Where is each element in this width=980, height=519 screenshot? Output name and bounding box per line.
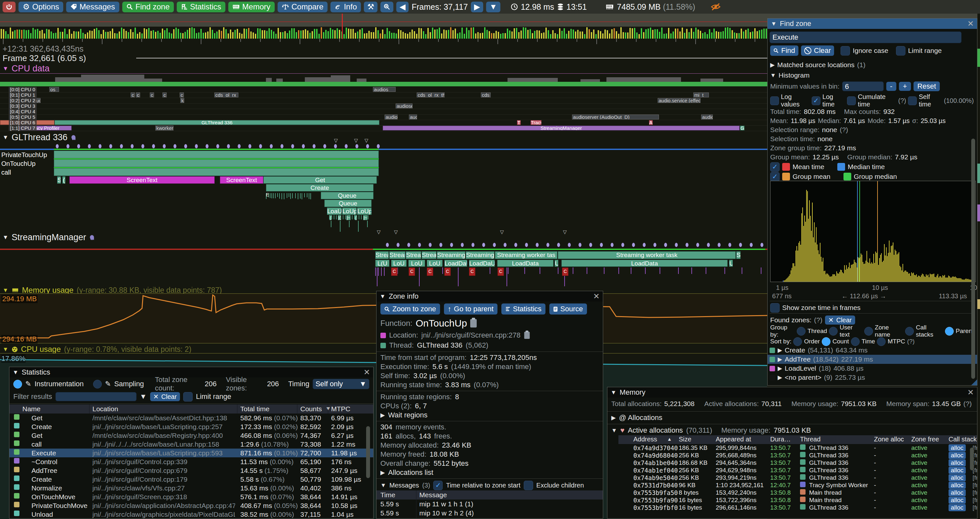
frame-bar[interactable] xyxy=(759,30,760,38)
cpu-track[interactable]: audio.aucaudioserver (AudioOut_D)audio[0… xyxy=(0,115,767,120)
frame-bar[interactable] xyxy=(44,34,45,38)
frame-bar[interactable] xyxy=(269,28,270,38)
help-icon[interactable]: (?) xyxy=(898,97,906,104)
sort-count-radio[interactable] xyxy=(822,337,830,346)
histogram-bar[interactable] xyxy=(873,254,874,282)
histogram-bar[interactable] xyxy=(969,279,969,282)
frame-bar[interactable] xyxy=(398,29,399,38)
frame-bar[interactable] xyxy=(364,34,365,38)
frame-bar[interactable] xyxy=(114,33,115,38)
histogram-bar[interactable] xyxy=(875,252,876,282)
frame-bar[interactable] xyxy=(659,32,660,38)
frame-bar[interactable] xyxy=(598,30,599,38)
histogram-bar[interactable] xyxy=(942,275,943,282)
next-frame-button[interactable]: ▶ xyxy=(471,2,483,12)
help-icon[interactable]: (?) xyxy=(840,126,848,134)
frame-bar[interactable] xyxy=(423,31,424,38)
histogram-bar[interactable] xyxy=(882,262,883,282)
histogram-bar[interactable] xyxy=(947,278,948,282)
histogram-bar[interactable] xyxy=(905,270,906,282)
histogram-bar[interactable] xyxy=(850,268,851,282)
cpu-track[interactable]: audioser[0:3] CPU 3 xyxy=(0,104,767,109)
timeline-zone[interactable]: Create xyxy=(266,184,374,192)
frame-bar[interactable] xyxy=(353,29,354,38)
frame-bar[interactable] xyxy=(180,33,181,38)
frame-bar[interactable] xyxy=(673,32,674,38)
histogram-bar[interactable] xyxy=(812,203,813,282)
frame-bar[interactable] xyxy=(84,34,86,38)
histogram-expander[interactable]: ▼ Histogram xyxy=(770,70,974,80)
histogram-bar[interactable] xyxy=(857,267,858,282)
histogram-bar[interactable] xyxy=(834,274,834,282)
message-marker-icon[interactable]: ▽ xyxy=(364,137,368,144)
histogram-bar[interactable] xyxy=(860,257,860,282)
histogram-bar[interactable] xyxy=(883,260,884,282)
histogram-bar[interactable] xyxy=(921,275,922,282)
timeline-zone[interactable]: L(U xyxy=(375,260,390,267)
frame-bar[interactable] xyxy=(273,32,274,38)
zoom-to-zone-button[interactable]: Zoom to zone xyxy=(380,303,440,315)
frame-bar[interactable] xyxy=(16,30,18,38)
help-icon[interactable]: (?) xyxy=(907,338,915,345)
histogram-bar[interactable] xyxy=(803,226,804,282)
frame-bar[interactable] xyxy=(112,29,113,38)
frame-bar[interactable] xyxy=(350,29,352,38)
timeline-zone[interactable]: LoadData xyxy=(562,260,728,267)
histogram-bar[interactable] xyxy=(957,278,958,282)
frame-bar[interactable] xyxy=(250,32,251,38)
frame-bar[interactable] xyxy=(477,32,479,38)
frame-bar[interactable] xyxy=(262,30,263,38)
histogram-bar[interactable] xyxy=(878,265,879,282)
histogram-bar[interactable] xyxy=(813,237,814,282)
close-icon[interactable]: ✕ xyxy=(593,292,600,301)
histogram-bar[interactable] xyxy=(897,254,897,282)
histogram-bar[interactable] xyxy=(824,271,824,282)
histogram-bar[interactable] xyxy=(907,272,908,282)
histogram-bar[interactable] xyxy=(930,274,931,282)
frame-bar[interactable] xyxy=(46,29,47,38)
frame-bar[interactable] xyxy=(654,29,656,38)
histogram-bar[interactable] xyxy=(799,241,800,282)
find-zone-button[interactable]: Find zone xyxy=(122,2,174,12)
close-icon[interactable]: ✕ xyxy=(364,368,370,377)
frame-bar[interactable] xyxy=(309,33,311,38)
frame-bar[interactable] xyxy=(67,34,68,38)
frame-bar[interactable] xyxy=(196,33,197,38)
frame-bar[interactable] xyxy=(523,27,524,38)
cpu-track[interactable]: osaudios[0:0] CPU 0 xyxy=(0,87,767,93)
frame-bar[interactable] xyxy=(661,27,662,38)
frame-bar[interactable] xyxy=(223,27,224,38)
message-row[interactable]: 5.59 s mip 11 w 1 h 1 (1) xyxy=(377,500,603,509)
frame-bar[interactable] xyxy=(344,34,345,38)
histogram-bar[interactable] xyxy=(791,270,791,282)
timing-select[interactable]: Self only▼ xyxy=(313,379,369,389)
frame-bar[interactable] xyxy=(677,29,678,38)
frame-bar[interactable] xyxy=(675,29,676,38)
frame-bar[interactable] xyxy=(573,30,574,38)
histogram-bar[interactable] xyxy=(944,275,945,282)
cpu-track[interactable]: GLTGLThread 336TTracyA[1:0] CPU 6 xyxy=(0,120,767,126)
histogram-bar[interactable] xyxy=(865,263,865,282)
frame-bar[interactable] xyxy=(484,27,485,38)
histogram-bar[interactable] xyxy=(966,278,966,282)
frame-bar[interactable] xyxy=(300,30,302,38)
frame-bar[interactable] xyxy=(119,32,120,38)
frame-bar[interactable] xyxy=(100,34,102,38)
histogram-bar[interactable] xyxy=(855,262,856,282)
go-to-parent-button[interactable]: ↑Go to parent xyxy=(444,303,498,315)
cpu-zone[interactable]: audios xyxy=(373,87,396,92)
cpu-zone[interactable]: cds_ol_rx_thr xyxy=(214,93,239,97)
timeline-zone[interactable]: Strea xyxy=(406,251,421,259)
histogram-bar[interactable] xyxy=(829,276,830,282)
histogram-bar[interactable] xyxy=(946,278,947,282)
frame-bar[interactable] xyxy=(278,28,279,38)
frame-bar[interactable] xyxy=(198,32,199,38)
cpu-zone[interactable]: G xyxy=(740,126,745,131)
frame-bar[interactable] xyxy=(55,33,56,38)
frame-bar[interactable] xyxy=(650,27,651,38)
histogram-bar[interactable] xyxy=(829,275,829,282)
frame-bar[interactable] xyxy=(582,32,583,38)
frame-bar[interactable] xyxy=(720,32,722,38)
frame-bar[interactable] xyxy=(691,28,692,38)
memory-table-header[interactable]: Address ▲ Size Appeared at Dura… Thread … xyxy=(619,435,977,444)
